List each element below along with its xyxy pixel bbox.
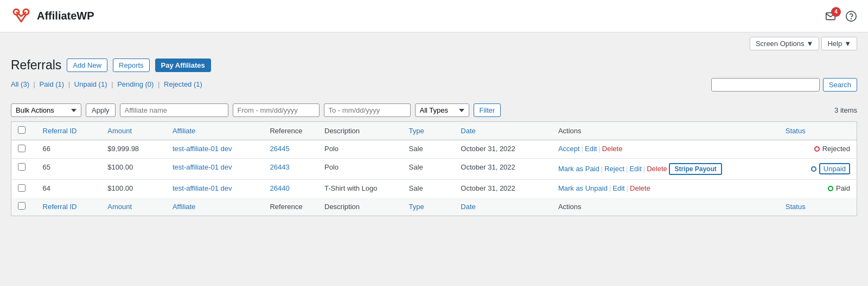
footer-status-sort-link[interactable]: Status [786, 203, 806, 211]
reference-cell: 26445 [263, 140, 318, 159]
date-sort-link[interactable]: Date [461, 127, 475, 135]
screen-options-button[interactable]: Screen Options ▼ [750, 37, 819, 50]
bulk-actions-select[interactable]: Bulk Actions [11, 103, 81, 117]
reference-cell: 26443 [263, 159, 318, 180]
col-header-reference: Reference [263, 122, 318, 140]
footer-affiliate-sort-link[interactable]: Affiliate [173, 203, 195, 211]
affiliate-cell: test-affiliate-01 dev [166, 140, 264, 159]
row-checkbox-cell [11, 159, 36, 180]
footer-select-all-checkbox[interactable] [18, 202, 25, 210]
filter-paid-link[interactable]: Paid (1) [40, 80, 65, 88]
affiliate-link[interactable]: test-affiliate-01 dev [173, 184, 232, 192]
description-cell: T-Shirt with Logo [318, 180, 403, 198]
status-badge: Unpaid [786, 163, 850, 174]
from-date-input[interactable] [233, 103, 320, 117]
action-mark-as-paid-link[interactable]: Mark as Paid [558, 165, 599, 173]
action-edit-link[interactable]: Edit [612, 184, 624, 192]
row-checkbox[interactable] [18, 145, 25, 152]
type-sort-link[interactable]: Type [409, 127, 424, 135]
referral-id-cell: 65 [36, 159, 101, 180]
status-sort-link[interactable]: Status [786, 127, 806, 135]
col-header-referral-id: Referral ID [36, 122, 101, 140]
main-content: Referrals Add New Reports Pay Affiliates… [0, 50, 868, 227]
page-title: Referrals [11, 58, 61, 73]
footer-date-sort-link[interactable]: Date [461, 203, 475, 211]
action-edit-link[interactable]: Edit [629, 165, 641, 173]
reference-link[interactable]: 26440 [270, 184, 289, 192]
filter-rejected-link[interactable]: Rejected (1) [164, 80, 202, 88]
status-dot [828, 186, 833, 191]
add-new-button[interactable]: Add New [67, 58, 107, 72]
chevron-down-icon: ▼ [844, 40, 851, 48]
search-button[interactable]: Search [823, 78, 857, 92]
affiliate-link[interactable]: test-affiliate-01 dev [173, 163, 232, 171]
status-label: Unpaid [819, 163, 850, 174]
logo-text: AffiliateWP [37, 10, 94, 22]
action-mark-as-unpaid-link[interactable]: Mark as Unpaid [558, 184, 608, 192]
col-header-date: Date [454, 122, 552, 140]
action-delete-link[interactable]: Delete [630, 184, 650, 192]
amount-cell: $100.00 [101, 180, 166, 198]
actions-cell: Mark as Unpaid|Edit|Delete [552, 180, 779, 198]
filter-pending-link[interactable]: Pending (0) [117, 80, 154, 88]
status-cell: Rejected [779, 140, 857, 159]
affiliate-link[interactable]: test-affiliate-01 dev [173, 145, 232, 153]
toolbar-row: Bulk Actions Apply All Types Filter 3 it… [11, 99, 857, 121]
table-header-row: Referral ID Amount Affiliate Reference D… [11, 122, 857, 140]
help-circle-button[interactable] [845, 10, 857, 22]
affiliate-sort-link[interactable]: Affiliate [173, 127, 195, 135]
sub-header: Screen Options ▼ Help ▼ [0, 32, 868, 50]
footer-referral-id-sort-link[interactable]: Referral ID [43, 203, 77, 211]
notifications-button[interactable]: 4 [825, 10, 837, 22]
page-title-row: Referrals Add New Reports Pay Affiliates [11, 50, 857, 78]
pay-affiliates-button[interactable]: Pay Affiliates [155, 58, 211, 72]
referral-id-cell: 64 [36, 180, 101, 198]
action-delete-link[interactable]: Delete [647, 165, 667, 173]
reports-button[interactable]: Reports [113, 58, 150, 72]
select-all-checkbox[interactable] [18, 126, 25, 134]
referrals-table: Referral ID Amount Affiliate Reference D… [11, 121, 857, 216]
col-header-affiliate: Affiliate [166, 122, 264, 140]
footer-amount-sort-link[interactable]: Amount [107, 203, 132, 211]
stripe-payout-button[interactable]: Stripe Payout [669, 163, 722, 175]
footer-col-affiliate: Affiliate [166, 198, 264, 216]
description-cell: Polo [318, 140, 403, 159]
status-cell: Unpaid [779, 159, 857, 180]
action-delete-link[interactable]: Delete [602, 145, 623, 153]
date-cell: October 31, 2022 [454, 180, 552, 198]
apply-button[interactable]: Apply [86, 103, 116, 117]
reference-link[interactable]: 26445 [270, 145, 289, 153]
filter-links: All (3) | Paid (1) | Unpaid (1) | Pendin… [11, 80, 202, 88]
footer-col-amount: Amount [101, 198, 166, 216]
filter-button[interactable]: Filter [474, 103, 501, 117]
row-checkbox[interactable] [18, 163, 25, 171]
table-row: 66 $9,999.98 test-affiliate-01 dev 26445… [11, 140, 857, 159]
row-checkbox[interactable] [18, 184, 25, 192]
footer-col-date: Date [454, 198, 552, 216]
reference-cell: 26440 [263, 180, 318, 198]
affiliate-name-input[interactable] [120, 103, 228, 117]
action-accept-link[interactable]: Accept [558, 145, 580, 153]
filter-all-link[interactable]: All (3) [11, 80, 29, 88]
type-select[interactable]: All Types [415, 103, 469, 117]
footer-type-sort-link[interactable]: Type [409, 203, 424, 211]
action-edit-link[interactable]: Edit [585, 145, 597, 153]
header-right: 4 [825, 10, 857, 22]
search-input[interactable] [711, 78, 820, 92]
description-cell: Polo [318, 159, 403, 180]
date-cell: October 31, 2022 [454, 159, 552, 180]
table-body: 66 $9,999.98 test-affiliate-01 dev 26445… [11, 140, 857, 198]
amount-sort-link[interactable]: Amount [107, 127, 132, 135]
action-separator: | [627, 184, 628, 192]
referral-id-cell: 66 [36, 140, 101, 159]
action-separator: | [643, 165, 645, 173]
to-date-input[interactable] [324, 103, 411, 117]
help-button[interactable]: Help ▼ [821, 37, 857, 50]
referral-id-sort-link[interactable]: Referral ID [43, 127, 77, 135]
status-label: Paid [836, 184, 850, 192]
footer-select-all-th [11, 198, 36, 216]
filter-unpaid-link[interactable]: Unpaid (1) [74, 80, 107, 88]
action-reject-link[interactable]: Reject [604, 165, 624, 173]
reference-link[interactable]: 26443 [270, 163, 289, 171]
status-badge: Paid [786, 184, 850, 192]
